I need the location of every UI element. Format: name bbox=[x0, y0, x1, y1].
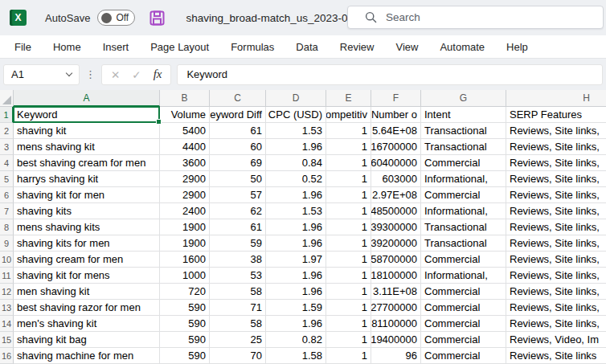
cell-B9[interactable]: 1900 bbox=[160, 235, 210, 252]
cell-E5[interactable]: 1 bbox=[326, 171, 371, 187]
cell-D7[interactable]: 1.53 bbox=[266, 203, 326, 219]
column-header-A[interactable]: A bbox=[14, 90, 160, 107]
cell-A5[interactable]: harrys shaving kit bbox=[14, 171, 160, 187]
cell-D15[interactable]: 0.82 bbox=[266, 332, 326, 348]
cell-D9[interactable]: 1.96 bbox=[266, 235, 326, 252]
column-header-G[interactable]: G bbox=[421, 90, 506, 107]
cell-H5[interactable]: Reviews, Site links, bbox=[506, 171, 606, 187]
cell-F2[interactable]: 5.64E+08 bbox=[371, 123, 421, 139]
column-header-C[interactable]: C bbox=[210, 90, 266, 107]
cell-C12[interactable]: 58 bbox=[210, 284, 266, 300]
autosave-toggle[interactable]: Off bbox=[97, 10, 135, 26]
cell-E7[interactable]: 1 bbox=[326, 203, 371, 219]
name-box[interactable]: A1 bbox=[3, 64, 80, 85]
cell-D11[interactable]: 1.96 bbox=[266, 268, 326, 284]
cell-H6[interactable]: Reviews, Site links, bbox=[506, 187, 606, 203]
column-header-B[interactable]: B bbox=[160, 90, 210, 107]
cell-G12[interactable]: Commercial bbox=[421, 284, 506, 300]
cell-F9[interactable]: 39200000 bbox=[371, 235, 421, 252]
cell-E8[interactable]: 1 bbox=[326, 219, 371, 235]
cell-H16[interactable]: Reviews, Site links bbox=[506, 348, 606, 364]
cell-A8[interactable]: mens shaving kits bbox=[14, 219, 160, 235]
cell-E2[interactable]: 1 bbox=[326, 123, 371, 139]
cell-F10[interactable]: 58700000 bbox=[371, 252, 421, 268]
cell-B6[interactable]: 2900 bbox=[160, 187, 210, 203]
cell-C14[interactable]: 58 bbox=[210, 316, 266, 332]
cell-A1[interactable]: Keyword bbox=[14, 107, 160, 123]
cell-D6[interactable]: 1.96 bbox=[266, 187, 326, 203]
cell-G9[interactable]: Transactional bbox=[421, 235, 506, 252]
cell-C3[interactable]: 60 bbox=[210, 139, 266, 155]
cell-C8[interactable]: 61 bbox=[210, 219, 266, 235]
cell-A3[interactable]: mens shaving kit bbox=[14, 139, 160, 155]
cell-A12[interactable]: men shaving kit bbox=[14, 284, 160, 300]
cell-H11[interactable]: Reviews, Site links, bbox=[506, 268, 606, 284]
cell-C13[interactable]: 71 bbox=[210, 300, 266, 316]
cell-B3[interactable]: 4400 bbox=[160, 139, 210, 155]
select-all-corner[interactable] bbox=[0, 90, 14, 107]
row-header-1[interactable]: 1 bbox=[0, 107, 14, 123]
cell-E4[interactable]: 1 bbox=[326, 155, 371, 171]
cell-D2[interactable]: 1.53 bbox=[266, 123, 326, 139]
cell-D10[interactable]: 1.97 bbox=[266, 252, 326, 268]
menu-item-file[interactable]: File bbox=[14, 41, 31, 53]
cell-B12[interactable]: 720 bbox=[160, 284, 210, 300]
cell-D1[interactable]: CPC (USD) bbox=[266, 107, 326, 123]
row-header-10[interactable]: 10 bbox=[0, 252, 14, 268]
cell-B8[interactable]: 1900 bbox=[160, 219, 210, 235]
cell-H7[interactable]: Reviews, Site links, bbox=[506, 203, 606, 219]
row-header-3[interactable]: 3 bbox=[0, 139, 14, 155]
cell-C4[interactable]: 69 bbox=[210, 155, 266, 171]
cell-E6[interactable]: 1 bbox=[326, 187, 371, 203]
cell-H8[interactable]: Reviews, Site links, bbox=[506, 219, 606, 235]
cell-G4[interactable]: Commercial bbox=[421, 155, 506, 171]
row-header-12[interactable]: 12 bbox=[0, 284, 14, 300]
cell-F14[interactable]: 81100000 bbox=[371, 316, 421, 332]
column-header-F[interactable]: F bbox=[371, 90, 421, 107]
cell-H1[interactable]: SERP Features bbox=[506, 107, 606, 123]
menu-item-data[interactable]: Data bbox=[296, 41, 317, 53]
cell-B7[interactable]: 2400 bbox=[160, 203, 210, 219]
cell-A4[interactable]: best shaving cream for men bbox=[14, 155, 160, 171]
row-header-15[interactable]: 15 bbox=[0, 332, 14, 348]
cell-C6[interactable]: 57 bbox=[210, 187, 266, 203]
row-header-6[interactable]: 6 bbox=[0, 187, 14, 203]
cell-G8[interactable]: Transactional bbox=[421, 219, 506, 235]
insert-function-button[interactable]: fx bbox=[154, 67, 162, 81]
cell-H4[interactable]: Reviews, Site links, bbox=[506, 155, 606, 171]
cell-E15[interactable]: 1 bbox=[326, 332, 371, 348]
menu-item-automate[interactable]: Automate bbox=[440, 41, 485, 53]
cancel-button[interactable]: ✕ bbox=[111, 68, 120, 81]
cell-G1[interactable]: Intent bbox=[421, 107, 506, 123]
cell-E3[interactable]: 1 bbox=[326, 139, 371, 155]
cell-D4[interactable]: 0.84 bbox=[266, 155, 326, 171]
cell-G7[interactable]: Informational, bbox=[421, 203, 506, 219]
cell-A14[interactable]: men's shaving kit bbox=[14, 316, 160, 332]
cell-D12[interactable]: 1.96 bbox=[266, 284, 326, 300]
cell-E9[interactable]: 1 bbox=[326, 235, 371, 252]
cell-A15[interactable]: shaving kit bag bbox=[14, 332, 160, 348]
cell-F6[interactable]: 2.97E+08 bbox=[371, 187, 421, 203]
column-header-H[interactable]: H bbox=[506, 90, 606, 107]
row-header-8[interactable]: 8 bbox=[0, 219, 14, 235]
cell-G13[interactable]: Commercial bbox=[421, 300, 506, 316]
cell-A10[interactable]: shaving cream for men bbox=[14, 252, 160, 268]
cell-G2[interactable]: Transactional bbox=[421, 123, 506, 139]
enter-button[interactable]: ✓ bbox=[132, 68, 141, 81]
cell-F12[interactable]: 3.11E+08 bbox=[371, 284, 421, 300]
search-box[interactable]: Search bbox=[347, 6, 604, 29]
cell-E16[interactable]: 1 bbox=[326, 348, 371, 364]
cell-G10[interactable]: Commercial bbox=[421, 252, 506, 268]
cell-C16[interactable]: 70 bbox=[210, 348, 266, 364]
cell-D16[interactable]: 1.58 bbox=[266, 348, 326, 364]
cell-C7[interactable]: 62 bbox=[210, 203, 266, 219]
cell-H12[interactable]: Reviews, Site links, bbox=[506, 284, 606, 300]
cell-C15[interactable]: 25 bbox=[210, 332, 266, 348]
menu-item-help[interactable]: Help bbox=[506, 41, 528, 53]
cell-G15[interactable]: Commercial bbox=[421, 332, 506, 348]
cell-D8[interactable]: 1.96 bbox=[266, 219, 326, 235]
formula-input[interactable]: Keyword bbox=[177, 64, 603, 85]
column-header-E[interactable]: E bbox=[326, 90, 371, 107]
cell-H14[interactable]: Reviews, Site links, bbox=[506, 316, 606, 332]
cell-D3[interactable]: 1.96 bbox=[266, 139, 326, 155]
